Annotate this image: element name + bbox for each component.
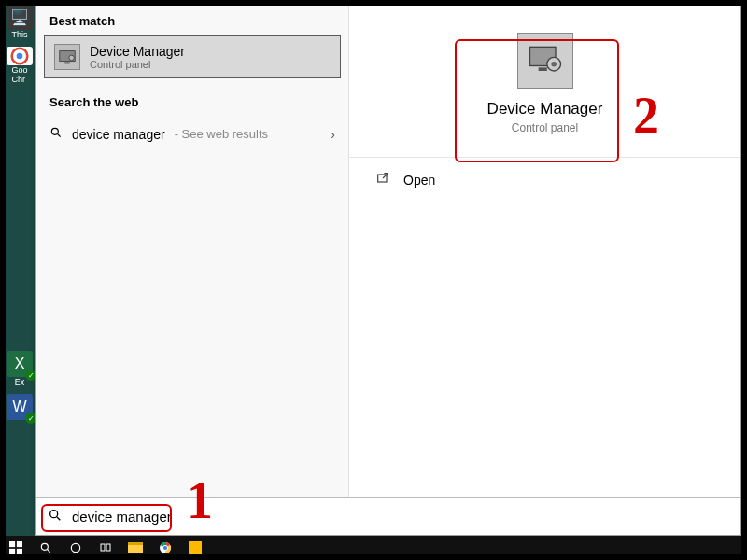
desktop-icon-chrome[interactable]: Goo Chr <box>4 47 35 84</box>
taskbar <box>0 536 747 560</box>
cortana-button[interactable] <box>63 538 88 558</box>
open-icon <box>375 171 390 189</box>
best-match-subtitle: Control panel <box>90 59 185 70</box>
taskbar-search-button[interactable] <box>34 538 58 558</box>
preview-card[interactable]: Device Manager Control panel <box>452 33 639 134</box>
store-taskbar-button[interactable] <box>183 538 207 558</box>
device-manager-large-icon <box>517 33 573 89</box>
chrome-icon <box>7 47 33 65</box>
svg-point-25 <box>162 545 167 550</box>
svg-point-21 <box>71 543 79 552</box>
desktop-icon-word[interactable]: W✓ <box>4 394 35 431</box>
svg-rect-23 <box>106 544 110 551</box>
task-view-button[interactable] <box>93 538 118 558</box>
start-button[interactable] <box>4 538 28 558</box>
preview-title: Device Manager <box>452 100 639 119</box>
excel-icon: X✓ <box>7 351 33 377</box>
desktop-icons-column: 🖥️ This Goo Chr X✓ Ex W✓ <box>4 4 35 437</box>
this-pc-icon: 🖥️ <box>7 4 33 30</box>
open-action[interactable]: Open <box>349 158 740 202</box>
svg-line-20 <box>48 550 50 553</box>
svg-point-5 <box>51 128 58 134</box>
svg-point-1 <box>17 53 23 60</box>
svg-rect-3 <box>64 63 70 64</box>
svg-rect-22 <box>101 544 105 551</box>
svg-line-14 <box>57 517 60 520</box>
desktop-icon-label: Ex <box>15 377 25 386</box>
desktop-icon-this-pc[interactable]: 🖥️ This <box>4 4 35 41</box>
web-query-text: device manager <box>72 127 165 142</box>
search-body: Best match Device Manager Control panel … <box>36 5 740 497</box>
web-search-result[interactable]: device manager - See web results › <box>36 117 348 151</box>
store-icon <box>189 541 202 554</box>
desktop-icon-label: This <box>11 30 27 39</box>
word-icon: W✓ <box>7 394 33 420</box>
svg-point-19 <box>41 543 48 550</box>
svg-point-10 <box>551 62 557 67</box>
file-explorer-button[interactable] <box>123 538 148 558</box>
search-icon <box>48 508 63 526</box>
chrome-taskbar-button[interactable] <box>153 538 177 558</box>
preview-subtitle: Control panel <box>452 121 639 134</box>
svg-rect-17 <box>9 549 15 554</box>
best-match-header: Best match <box>36 5 348 35</box>
desktop-icon-excel[interactable]: X✓ Ex <box>4 351 35 388</box>
search-web-header: Search the web <box>36 86 348 117</box>
svg-line-6 <box>58 134 61 137</box>
search-bar <box>36 497 740 535</box>
best-match-text: Device Manager Control panel <box>90 44 185 70</box>
search-icon <box>49 126 63 142</box>
desktop-icon-label: Goo Chr <box>11 65 27 84</box>
search-preview-column: Device Manager Control panel Open <box>349 5 740 497</box>
best-match-title: Device Manager <box>90 44 185 59</box>
svg-rect-15 <box>9 541 15 547</box>
folder-icon <box>128 542 143 553</box>
svg-rect-18 <box>17 549 22 554</box>
search-results-column: Best match Device Manager Control panel … <box>36 5 349 497</box>
chevron-right-icon: › <box>331 127 335 142</box>
web-query-hint: - See web results <box>175 127 268 141</box>
svg-rect-16 <box>17 541 22 547</box>
start-search-panel: Best match Device Manager Control panel … <box>35 4 741 536</box>
search-input[interactable] <box>72 509 729 525</box>
open-label: Open <box>403 173 435 188</box>
device-manager-icon <box>54 44 80 70</box>
svg-point-4 <box>69 55 75 60</box>
svg-rect-8 <box>538 67 546 71</box>
best-match-result[interactable]: Device Manager Control panel <box>44 35 341 78</box>
svg-point-13 <box>50 510 58 517</box>
